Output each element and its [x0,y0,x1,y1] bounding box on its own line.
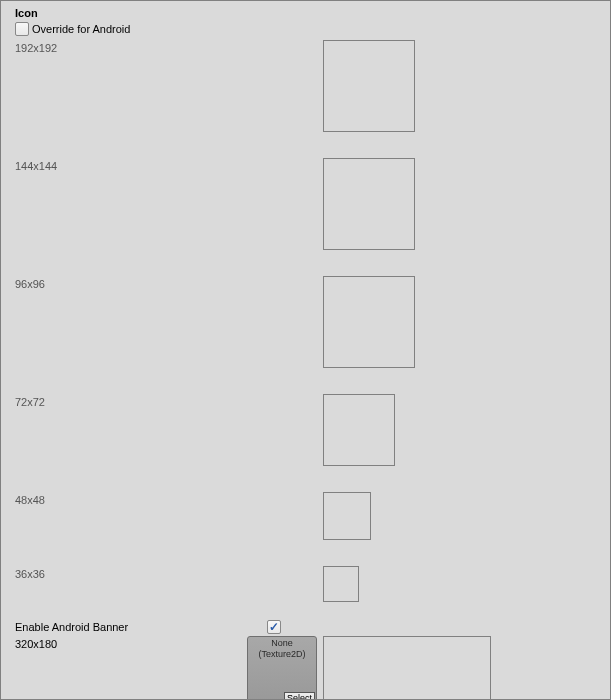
override-row: Override for Android [1,21,610,40]
icon-preview-192[interactable] [323,40,415,132]
icon-preview-96[interactable] [323,276,415,368]
icon-preview-144[interactable] [323,158,415,250]
icon-row-72: 72x72 [1,394,610,466]
icon-preview-48[interactable] [323,492,371,540]
icon-label: 144x144 [1,158,323,172]
icon-row-48: 48x48 [1,492,610,540]
icon-row-144: 144x144 [1,158,610,250]
texture-slot-text: None (Texture2D) [258,637,305,660]
banner-texture-slot[interactable]: None (Texture2D) Select [247,636,317,700]
icon-label: 36x36 [1,566,323,580]
icon-label: 192x192 [1,40,323,54]
override-checkbox[interactable] [15,22,29,36]
section-title: Icon [1,5,610,21]
banner-enable-checkbox[interactable] [267,620,281,634]
banner-size-label: 320x180 [1,636,247,650]
icon-preview-36[interactable] [323,566,359,602]
texture-slot-line1: None [258,638,305,649]
texture-slot-line2: (Texture2D) [258,649,305,660]
banner-enable-row: Enable Android Banner [1,620,610,634]
icon-preview-72[interactable] [323,394,395,466]
icon-label: 96x96 [1,276,323,290]
icon-label: 48x48 [1,492,323,506]
select-button[interactable]: Select [284,692,315,700]
banner-preview[interactable] [323,636,491,700]
banner-row: 320x180 None (Texture2D) Select [1,636,610,700]
icon-label: 72x72 [1,394,323,408]
banner-enable-label: Enable Android Banner [1,621,267,633]
icon-row-36: 36x36 [1,566,610,602]
icon-row-96: 96x96 [1,276,610,368]
override-label: Override for Android [32,23,130,35]
icon-row-192: 192x192 [1,40,610,132]
